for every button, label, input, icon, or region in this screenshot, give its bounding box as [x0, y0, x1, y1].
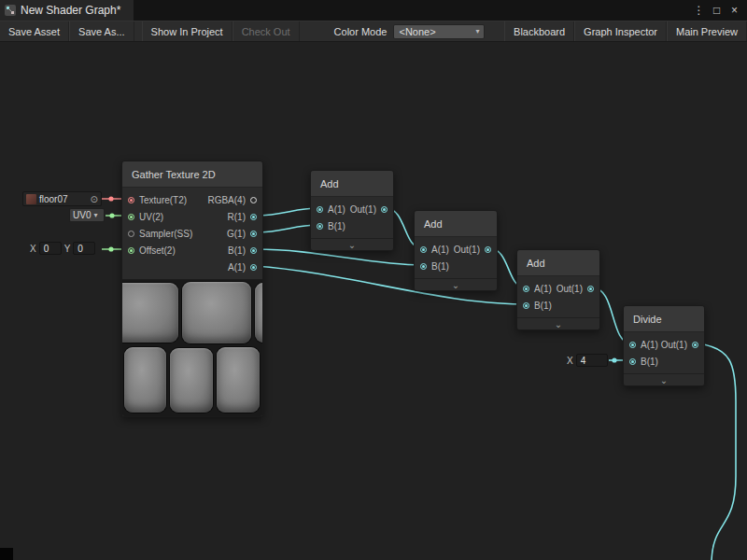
port-label: Sampler(SS)	[139, 229, 192, 239]
chevron-down-icon: ⌄	[348, 241, 356, 249]
graph-inspector-toggle-button[interactable]: Graph Inspector	[574, 21, 667, 41]
graph-canvas[interactable]: Gather Texture 2D Texture(T2) UV(2) Samp…	[0, 42, 747, 560]
port-label: A(1)	[228, 262, 246, 273]
chevron-down-icon: ⌄	[452, 281, 459, 289]
divide-b-input[interactable]: 4	[576, 354, 608, 367]
out-output-port[interactable]	[381, 206, 388, 213]
x-axis-label: X	[567, 356, 573, 366]
input-column: Texture(T2) UV(2) Sampler(SS) Offset(2)	[122, 191, 197, 275]
node-divide[interactable]: Divide A(1) B(1) Out(1) ⌄	[623, 305, 705, 386]
node-title[interactable]: Divide	[624, 306, 704, 332]
show-in-project-button[interactable]: Show In Project	[142, 21, 233, 41]
a-input-port[interactable]	[629, 342, 636, 348]
chevron-down-icon: ⌄	[660, 376, 668, 385]
a-input-port[interactable]	[420, 246, 427, 253]
x-axis-label: X	[30, 244, 36, 254]
offset-y-input[interactable]: 0	[73, 242, 95, 255]
b-input-port[interactable]	[523, 302, 529, 309]
port-label: Offset(2)	[139, 245, 176, 256]
color-mode-label: Color Mode	[328, 21, 394, 41]
kebab-menu-icon[interactable]: ⋮	[691, 4, 707, 17]
port-label: G(1)	[227, 229, 246, 239]
port-row: RGBA(4)	[197, 191, 262, 208]
preview-collapse-toggle[interactable]: ⌄	[517, 317, 599, 329]
blackboard-toggle-button[interactable]: Blackboard	[504, 21, 574, 41]
out-output-port[interactable]	[485, 246, 491, 253]
preview-collapse-toggle[interactable]: ⌄	[311, 238, 393, 250]
uv-channel-dropdown[interactable]: UV0 ▾	[69, 208, 105, 222]
texture-object-field[interactable]: floor07 ⊙	[22, 191, 102, 206]
port-label: B(1)	[431, 261, 449, 272]
uv-channel-value: UV0	[73, 210, 91, 220]
a-input-port[interactable]	[317, 206, 323, 213]
port-label: B(1)	[641, 357, 658, 367]
port-label: UV(2)	[139, 212, 163, 222]
node-title[interactable]: Add	[415, 211, 497, 237]
save-as-button[interactable]: Save As...	[69, 21, 134, 41]
node-add-1[interactable]: Add A(1) B(1) Out(1) ⌄	[310, 170, 394, 251]
close-icon[interactable]: ×	[726, 4, 742, 17]
preview-collapse-toggle[interactable]: ⌄	[415, 278, 497, 290]
preview-collapse-toggle[interactable]: ⌄	[624, 373, 704, 385]
node-add-2[interactable]: Add A(1) B(1) Out(1) ⌄	[414, 210, 498, 291]
b-input-port[interactable]	[629, 358, 636, 365]
dock-corner-artifact	[0, 548, 13, 560]
color-mode-value: <None>	[399, 26, 472, 37]
texture-stub-dot	[108, 196, 113, 201]
node-title[interactable]: Add	[311, 171, 393, 197]
main-preview-toggle-button[interactable]: Main Preview	[667, 21, 747, 41]
out-output-port[interactable]	[692, 342, 698, 348]
check-out-button: Check Out	[233, 21, 300, 41]
port-row: Sampler(SS)	[122, 225, 197, 242]
wire-g-to-add1-b[interactable]	[255, 225, 318, 232]
offset-stub-dot	[108, 246, 113, 251]
node-gather-texture-2d[interactable]: Gather Texture 2D Texture(T2) UV(2) Samp…	[121, 161, 263, 417]
port-label: Out(1)	[661, 340, 687, 350]
window-controls: ⋮ □ ×	[691, 4, 747, 17]
port-section: A(1) B(1) Out(1)	[517, 276, 599, 317]
object-picker-icon[interactable]: ⊙	[91, 194, 98, 204]
b-input-port[interactable]	[317, 223, 323, 230]
color-mode-dropdown[interactable]: <None> ▾	[393, 24, 485, 39]
stone-tile	[170, 348, 213, 413]
uv-stub-dot	[109, 213, 114, 217]
shader-graph-tab[interactable]: New Shader Graph*	[0, 0, 134, 21]
offset-vector2-field: X 0 Y 0	[30, 242, 95, 255]
stone-tile	[182, 282, 251, 343]
offset-input-port[interactable]	[128, 247, 134, 254]
stone-tile	[217, 347, 260, 413]
a-input-port[interactable]	[523, 286, 529, 292]
offset-x-input[interactable]: 0	[39, 242, 62, 255]
b-input-port[interactable]	[420, 263, 427, 270]
window-title: New Shader Graph*	[21, 4, 120, 17]
texture-thumbnail	[26, 194, 36, 204]
node-add-3[interactable]: Add A(1) B(1) Out(1) ⌄	[516, 249, 600, 330]
port-section: A(1) B(1) Out(1)	[624, 332, 704, 373]
chevron-down-icon: ▾	[475, 27, 479, 35]
port-label: A(1)	[641, 340, 658, 350]
node-title[interactable]: Add	[517, 250, 599, 276]
sampler-input-port[interactable]	[128, 231, 134, 237]
port-label: A(1)	[534, 284, 552, 294]
save-asset-button[interactable]: Save Asset	[0, 21, 69, 41]
port-row: R(1)	[197, 208, 262, 225]
port-label: Out(1)	[454, 245, 480, 255]
shader-graph-icon	[5, 5, 16, 16]
output-column: RGBA(4) R(1) G(1) B(1) A(1)	[197, 191, 262, 275]
out-output-port[interactable]	[587, 286, 594, 292]
r-output-port[interactable]	[250, 214, 257, 220]
port-row: UV(2)	[122, 208, 197, 225]
a-output-port[interactable]	[250, 264, 257, 271]
chevron-down-icon: ▾	[93, 211, 97, 219]
port-label: B(1)	[328, 221, 345, 231]
texture-input-port[interactable]	[128, 197, 134, 203]
chevron-down-icon: ⌄	[555, 320, 562, 329]
b-output-port[interactable]	[250, 247, 257, 254]
node-title[interactable]: Gather Texture 2D	[122, 161, 262, 188]
wire-r-to-add1-a[interactable]	[255, 208, 318, 216]
maximize-icon[interactable]: □	[709, 4, 725, 17]
wire-b-to-add2-b[interactable]	[255, 249, 422, 265]
rgba-output-port[interactable]	[250, 197, 257, 203]
g-output-port[interactable]	[250, 231, 257, 237]
uv-input-port[interactable]	[128, 214, 134, 220]
